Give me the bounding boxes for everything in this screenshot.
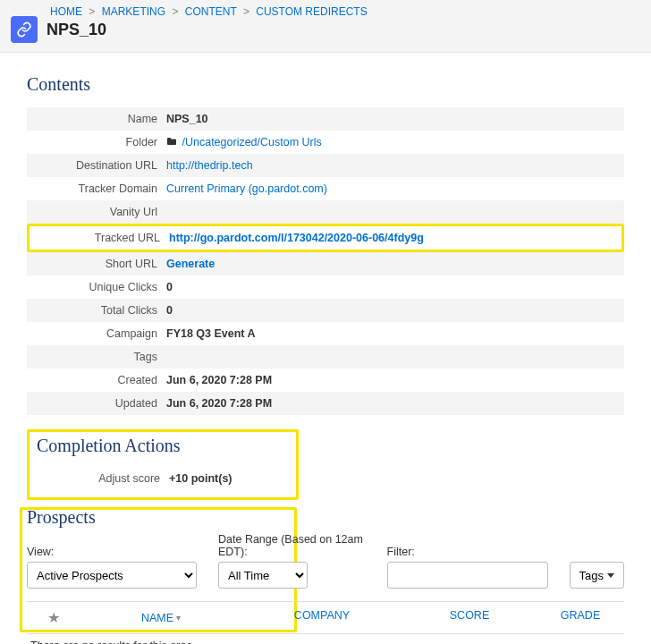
link-icon	[11, 16, 38, 43]
field-label: Created	[34, 374, 166, 386]
field-label: Short URL	[34, 258, 166, 270]
breadcrumb-custom-redirects[interactable]: CUSTOM REDIRECTS	[256, 5, 367, 18]
breadcrumb-marketing[interactable]: MARKETING	[102, 5, 165, 18]
caret-down-icon	[607, 573, 614, 578]
sort-down-icon: ▾	[176, 613, 181, 623]
fields-list: Name NPS_10 Folder /Uncategorized/Custom…	[27, 107, 624, 415]
field-created-row: Created Jun 6, 2020 7:28 PM	[27, 369, 624, 392]
adjust-score-value: +10 point(s)	[169, 472, 289, 485]
section-completion-title: Completion Actions	[37, 436, 289, 456]
field-short-row: Short URL Generate	[27, 252, 624, 275]
column-score[interactable]: SCORE	[402, 609, 537, 626]
folder-link[interactable]: /Uncategorized/Custom Urls	[182, 136, 321, 148]
field-label: Folder	[34, 136, 166, 148]
field-name-row: Name NPS_10	[27, 107, 624, 131]
field-folder-row: Folder /Uncategorized/Custom Urls	[27, 131, 624, 154]
column-name-label: NAME	[141, 612, 173, 624]
daterange-col: Date Range (Based on 12am EDT): All Time	[218, 533, 366, 589]
field-vanity-row: Vanity Url	[27, 200, 624, 224]
section-prospects-title: Prospects	[27, 507, 624, 528]
view-col: View: Active Prospects	[27, 546, 197, 589]
field-label: Tracked URL	[37, 232, 169, 244]
column-company[interactable]: COMPANY	[241, 609, 402, 626]
field-value: 0	[166, 304, 617, 317]
column-grade[interactable]: GRADE	[537, 609, 624, 626]
field-updated-row: Updated Jun 6, 2020 7:28 PM	[27, 392, 624, 415]
section-contents-title: Contents	[27, 74, 624, 95]
favorite-column[interactable]: ★	[27, 609, 80, 626]
field-value: Jun 6, 2020 7:28 PM	[166, 374, 617, 386]
star-icon: ★	[47, 609, 60, 626]
page-title: NPS_10	[46, 21, 106, 39]
destination-url-link[interactable]: http://thedrip.tech	[166, 159, 253, 172]
breadcrumb-home[interactable]: HOME	[50, 5, 82, 18]
prospects-section: Prospects View: Active Prospects Date Ra…	[27, 507, 624, 644]
field-value: 0	[166, 281, 617, 293]
breadcrumb-sep: >	[89, 5, 95, 18]
generate-short-url-link[interactable]: Generate	[166, 258, 215, 270]
no-results-text: There are no results for this area	[27, 634, 624, 644]
field-dest-row: Destination URL http://thedrip.tech	[27, 154, 624, 177]
breadcrumb-sep: >	[172, 5, 178, 18]
column-name[interactable]: NAME ▾	[80, 609, 241, 626]
tags-button[interactable]: Tags	[570, 562, 624, 589]
field-label: Updated	[34, 397, 166, 410]
filter-label: Filter:	[387, 546, 548, 558]
header: NPS_10	[11, 16, 640, 43]
view-select[interactable]: Active Prospects	[27, 562, 197, 589]
field-label: Vanity Url	[34, 206, 166, 218]
breadcrumb-content[interactable]: CONTENT	[185, 5, 237, 18]
field-label: Tracker Domain	[34, 182, 166, 195]
field-tags-row: Tags	[27, 345, 624, 369]
field-tracked-row: Tracked URL http://go.pardot.com/l/17304…	[27, 224, 624, 252]
field-tracker-row: Tracker Domain Current Primary (go.pardo…	[27, 177, 624, 200]
field-label: Destination URL	[34, 159, 166, 172]
field-value: /Uncategorized/Custom Urls	[166, 136, 617, 148]
field-uclicks-row: Unique Clicks 0	[27, 275, 624, 299]
tags-col: Tags	[570, 562, 624, 589]
field-value: NPS_10	[166, 113, 617, 125]
tracked-url-link[interactable]: http://go.pardot.com/l/173042/2020-06-06…	[169, 232, 424, 244]
field-label: Campaign	[34, 327, 166, 340]
field-tclicks-row: Total Clicks 0	[27, 299, 624, 322]
field-campaign-row: Campaign FY18 Q3 Event A	[27, 322, 624, 345]
tracker-domain-link[interactable]: Current Primary (go.pardot.com)	[166, 182, 327, 195]
field-value: Jun 6, 2020 7:28 PM	[166, 397, 617, 410]
field-value: FY18 Q3 Event A	[166, 327, 617, 340]
field-label: Adjust score	[37, 472, 169, 485]
field-label: Name	[34, 113, 166, 125]
content-area: Contents Name NPS_10 Folder /Uncategoriz…	[0, 53, 651, 644]
daterange-select[interactable]: All Time	[218, 562, 308, 589]
filter-col: Filter:	[387, 546, 548, 589]
completion-actions-section: Completion Actions Adjust score +10 poin…	[27, 429, 624, 500]
breadcrumb-sep: >	[243, 5, 249, 18]
completion-actions-highlight: Completion Actions Adjust score +10 poin…	[27, 429, 299, 500]
field-label: Tags	[34, 351, 166, 363]
prospects-table-head: ★ NAME ▾ COMPANY SCORE GRADE	[27, 601, 624, 634]
topbar: HOME > MARKETING > CONTENT > CUSTOM REDI…	[0, 0, 651, 53]
daterange-label: Date Range (Based on 12am EDT):	[218, 533, 366, 558]
field-label: Unique Clicks	[34, 281, 166, 293]
filter-input[interactable]	[387, 562, 548, 589]
view-label: View:	[27, 546, 197, 558]
field-label: Total Clicks	[34, 304, 166, 317]
folder-icon	[166, 136, 177, 148]
tags-button-label: Tags	[579, 569, 604, 582]
